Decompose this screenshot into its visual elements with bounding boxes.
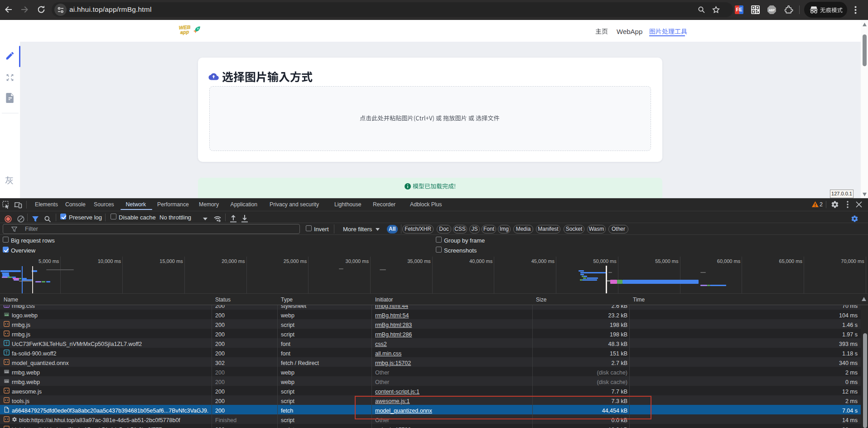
svg-text:T: T <box>5 350 8 355</box>
svg-text:ABP: ABP <box>769 9 775 12</box>
svg-text:T: T <box>5 341 8 345</box>
svg-text:app: app <box>180 29 189 35</box>
